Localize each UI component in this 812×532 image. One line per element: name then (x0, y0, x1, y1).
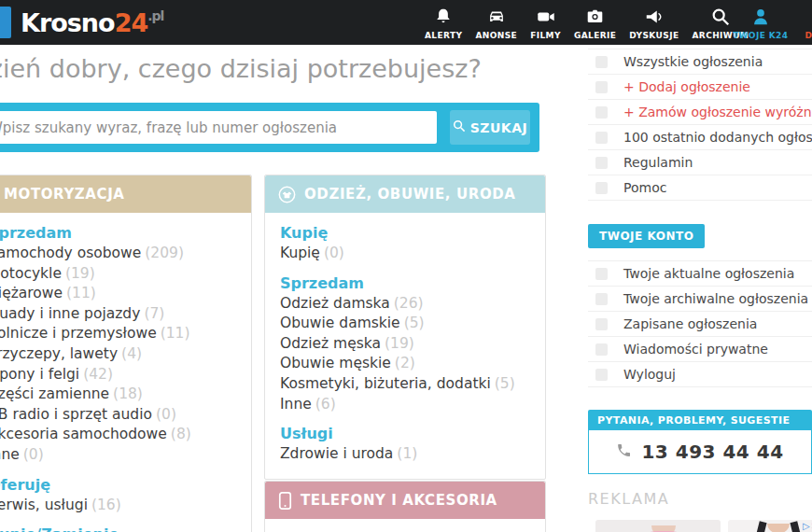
sidebar-item-100-ostatnio-dodanych-ogłoszeń[interactable]: 100 ostatnio dodanych ogłoszeń (588, 125, 812, 150)
logo-text: Krosno24.pl (21, 8, 163, 37)
category-link-label: Odzież męska (280, 335, 381, 352)
category-link[interactable]: Quady i inne pojazdy(7) (0, 304, 242, 325)
category-link[interactable]: Ciężarowe(11) (0, 284, 242, 304)
site-logo[interactable]: Krosno24.pl (0, 7, 163, 38)
person-icon (750, 6, 771, 28)
category-link[interactable]: Samochody osobowe(209) (0, 244, 242, 264)
sidebar-item-pomoc[interactable]: Pomoc (588, 175, 812, 201)
category-link[interactable]: Odzież damska(26) (280, 294, 536, 315)
bullet-square-icon (595, 56, 608, 68)
nav-item-galerie[interactable]: GALERIE (567, 6, 623, 40)
bullet-square-icon (595, 268, 608, 280)
nav-item-anonse[interactable]: ANONSE (469, 6, 524, 40)
sidebar-item-wiadomości-prywatne[interactable]: Wiadomości prywatne (588, 337, 812, 362)
category-link[interactable]: Serwis, usługi(16) (0, 496, 242, 516)
logo-tld: .pl (147, 8, 163, 23)
category-header-odziez[interactable]: ODZIEŻ, OBUWIE, URODA (265, 175, 545, 213)
category-count: (42) (83, 366, 113, 383)
category-header-motoryzacja[interactable]: MOTORYZACJA (0, 175, 251, 213)
sidebar-item-label: Wszystkie ogłoszenia (623, 54, 763, 69)
category-link-label: Obuwie damskie (280, 315, 400, 331)
category-link-label: Samochody osobowe (0, 245, 141, 261)
category-count: (6) (315, 396, 336, 413)
category-link-label: Przyczepy, lawety (0, 345, 118, 362)
category-link[interactable]: Opony i felgi(42) (0, 365, 242, 385)
category-group-header[interactable]: Usługi (280, 424, 536, 444)
megaphone-icon (643, 6, 665, 28)
sidebar-item-zapisane-ogłoszenia[interactable]: Zapisane ogłoszenia (588, 312, 812, 337)
sidebar-item-zamów-ogłoszenie-wyróżnione[interactable]: + Zamów ogłoszenie wyróżnione (588, 100, 812, 125)
nav-item-twoje-k24[interactable]: TWOJE K24 (724, 6, 796, 40)
category-group: SprzedamSamochody osobowe(209)Motocykle(… (0, 223, 242, 466)
sidebar-item-label: Twoje aktualne ogłoszenia (623, 266, 794, 281)
category-group-header[interactable]: Sprzedam (0, 223, 242, 244)
video-camera-icon (535, 6, 557, 28)
sidebar-item-label: + Zamów ogłoszenie wyróżnione (623, 105, 812, 119)
category-group-header[interactable]: Kupię (280, 223, 536, 244)
sidebar-item-regulamin[interactable]: Regulamin (588, 150, 812, 175)
search-bar: SZUKAJ (0, 103, 539, 152)
bullet-square-icon (595, 318, 608, 330)
sidebar-item-label: Wiadomości prywatne (623, 342, 768, 357)
category-link[interactable]: Obuwie męskie(2) (280, 354, 536, 374)
nav-item-dyskusje[interactable]: DYSKUSJE (623, 6, 685, 40)
category-group-header[interactable]: Sprzedam (280, 273, 536, 294)
category-count: (0) (156, 406, 176, 423)
category-link[interactable]: Przyczepy, lawety(4) (0, 344, 242, 365)
category-link[interactable]: Kosmetyki, biżuteria, dodatki(5) (280, 374, 536, 395)
nav-item-label: ANONSE (475, 31, 517, 40)
bullet-square-icon (595, 132, 608, 144)
search-icon (453, 119, 466, 135)
category-link[interactable]: Zdrowie i uroda(1) (280, 444, 536, 465)
category-link[interactable]: CB radio i sprzęt audio(0) (0, 405, 242, 426)
nav-item-alerty[interactable]: ALERTY (418, 6, 469, 40)
category-card-telefony: TELEFONY I AKCESORIA (264, 481, 546, 532)
sidebar-item-twoje-aktualne-ogłoszenia[interactable]: Twoje aktualne ogłoszenia (588, 260, 812, 287)
category-link-label: Odzież damska (280, 295, 390, 312)
category-count: (11) (161, 325, 190, 342)
sidebar-item-wszystkie-ogłoszenia[interactable]: Wszystkie ogłoszenia (588, 49, 812, 75)
category-link[interactable]: Akcesoria samochodowe(8) (0, 425, 242, 445)
sidebar-item-label: Zapisane ogłoszenia (623, 316, 757, 331)
sidebar-item-dodaj-ogłoszenie[interactable]: + Dodaj ogłoszenie (588, 75, 812, 100)
category-header-telefony[interactable]: TELEFONY I AKCESORIA (265, 482, 545, 519)
category-body: SprzedamSamochody osobowe(209)Motocykle(… (0, 213, 251, 532)
nav-item-daj-cynk[interactable]: DAJ CYNK (796, 6, 812, 40)
category-group: KupięKupię(0) (280, 223, 536, 264)
category-link[interactable]: Części zamienne(18) (0, 385, 242, 405)
category-link[interactable]: Inne(0) (0, 445, 242, 466)
your-account-button[interactable]: TWOJE KONTO (588, 224, 705, 248)
search-input[interactable] (0, 111, 437, 144)
top-bar: Krosno24.pl ALERTYANONSEFILMYGALERIEDYSK… (0, 0, 812, 45)
adchoices-icon[interactable]: ▷✕ (803, 521, 812, 531)
category-group-header[interactable]: Kupię/Zamienię (0, 525, 242, 532)
nav-item-filmy[interactable]: FILMY (524, 6, 567, 40)
category-link-label: Rolnicze i przemysłowe (0, 325, 157, 342)
category-link[interactable]: Kupię(0) (280, 244, 536, 264)
category-link[interactable]: Rolnicze i przemysłowe(11) (0, 324, 242, 344)
smartphone-icon (278, 492, 292, 510)
category-count: (1) (397, 445, 417, 462)
phone-icon (616, 442, 632, 462)
logo-name: Krosno (21, 8, 115, 37)
category-link-label: Kupię (280, 245, 320, 261)
sidebar-item-wyloguj[interactable]: Wyloguj (588, 362, 812, 387)
category-link-label: Motocykle (0, 265, 62, 282)
category-group-header[interactable]: Oferuję (0, 475, 242, 496)
category-count: (0) (324, 245, 344, 261)
category-group: OferujęSerwis, usługi(16) (0, 475, 242, 516)
category-count: (2) (395, 355, 415, 371)
ad-image[interactable] (595, 520, 721, 532)
category-link[interactable]: Inne(6) (280, 395, 536, 415)
search-button[interactable]: SZUKAJ (450, 110, 530, 145)
sidebar-item-label: Pomoc (623, 180, 666, 195)
contact-phone-box: 13 493 44 44 (588, 430, 812, 474)
category-link[interactable]: Motocykle(19) (0, 264, 242, 285)
contact-phone-number: 13 493 44 44 (641, 441, 783, 463)
category-link[interactable]: Obuwie damskie(5) (280, 314, 536, 334)
logo-number: 24 (115, 8, 148, 37)
greeting-text: Dzień dobry, czego dzisiaj potrzebujesz? (0, 54, 482, 83)
sidebar-item-twoje-archiwalne-ogłoszenia[interactable]: Twoje archiwalne ogłoszenia (588, 287, 812, 312)
category-link[interactable]: Odzież męska(19) (280, 334, 536, 355)
ad-image[interactable] (728, 520, 812, 532)
